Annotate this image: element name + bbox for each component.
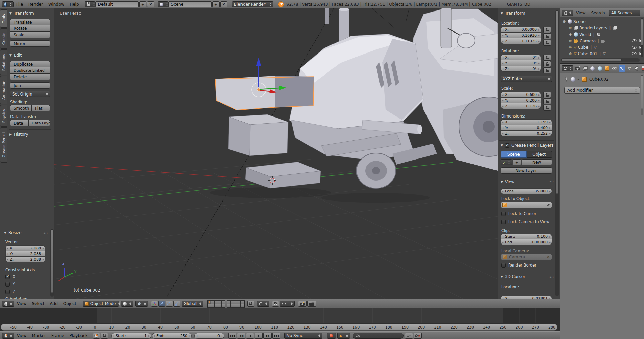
join-button[interactable]: Join bbox=[10, 82, 50, 89]
lock-time-cursor-toggle[interactable] bbox=[101, 333, 108, 339]
properties-tab-texture[interactable] bbox=[641, 65, 644, 72]
lock-camera-to-view-checkbox[interactable] bbox=[501, 220, 506, 224]
mode-dropdown[interactable]: Object Mode bbox=[83, 301, 119, 307]
properties-tab-material[interactable] bbox=[634, 65, 640, 72]
gp-add-icon[interactable]: ＋ bbox=[513, 159, 521, 165]
insert-keyframe-button[interactable] bbox=[405, 333, 413, 339]
panel-header-3d-cursor[interactable]: ▼3D Cursor bbox=[501, 274, 554, 279]
current-frame-playhead[interactable] bbox=[95, 308, 95, 323]
visibility-eye-icon[interactable] bbox=[632, 52, 637, 55]
lock-rotation-x-button[interactable] bbox=[543, 55, 551, 61]
layer-grid-2[interactable] bbox=[227, 300, 245, 308]
lock-to-scene-toggle[interactable] bbox=[247, 301, 254, 307]
jump-prev-keyframe-button[interactable]: ◀◀ bbox=[237, 333, 245, 339]
translate-button[interactable]: Translate bbox=[10, 19, 50, 25]
av-sync-dropdown[interactable]: No Sync bbox=[284, 333, 322, 339]
constraint-y-checkbox[interactable] bbox=[5, 282, 10, 287]
manipulator-axis-toggle[interactable] bbox=[151, 301, 158, 307]
visibility-eye-icon[interactable] bbox=[632, 46, 637, 49]
jump-to-end-button[interactable]: ▶▶▮ bbox=[272, 333, 280, 339]
scene-name-field[interactable]: Scene bbox=[168, 1, 212, 7]
scale-z-field[interactable]: Z:0.126 bbox=[501, 103, 541, 109]
outliner-row-renderlayers[interactable]: ⊕RenderLayers bbox=[568, 25, 644, 31]
layer-toggle-cell[interactable] bbox=[208, 304, 211, 307]
layer-toggle-cell[interactable] bbox=[241, 304, 244, 307]
rotate-button[interactable]: Rotate bbox=[10, 25, 50, 32]
panel-header-transform[interactable]: ▼Transform bbox=[9, 11, 51, 16]
lens-field[interactable]: Lens:35.000 bbox=[501, 188, 552, 194]
outliner-v-scrollbar[interactable] bbox=[641, 18, 643, 57]
data-button[interactable]: Data bbox=[10, 120, 29, 126]
timeline-ruler[interactable] bbox=[1, 324, 557, 331]
opengl-render-image-button[interactable] bbox=[298, 301, 307, 307]
properties-tab-render-layers[interactable] bbox=[581, 65, 588, 72]
layer-toggle-cell[interactable] bbox=[211, 301, 214, 304]
lock-rotation-z-button[interactable] bbox=[543, 67, 551, 73]
clip-start-field[interactable]: Start:0.100 bbox=[501, 234, 552, 239]
gp-new-layer-button[interactable]: New Layer bbox=[501, 167, 552, 174]
toolshelf-tab-relations[interactable]: Relations bbox=[0, 49, 7, 75]
duplicate-linked-button[interactable]: Duplicate Linked bbox=[10, 67, 50, 74]
expand-icon[interactable]: ⊕ bbox=[568, 33, 572, 36]
gp-source-scene-button[interactable]: Scene bbox=[501, 151, 527, 158]
transform-orientation-dropdown[interactable]: Global bbox=[182, 301, 203, 307]
scene-icon-button[interactable] bbox=[158, 1, 168, 7]
expand-icon[interactable]: ⊕ bbox=[568, 45, 572, 49]
outliner-row-cube[interactable]: ⊕▽Cube▽ bbox=[568, 44, 644, 50]
layer-toggle-cell[interactable] bbox=[227, 301, 230, 304]
toolshelf-tab-physics[interactable]: Physics bbox=[0, 105, 7, 127]
editor-type-selector-info[interactable] bbox=[2, 1, 14, 7]
dimensions-x-field[interactable]: X:1.199 bbox=[501, 119, 552, 125]
add-screen-layout-button[interactable]: ＋ bbox=[139, 1, 146, 7]
outliner-row-scene[interactable]: ⊖Scene bbox=[562, 18, 643, 25]
outliner-h-scrollbar[interactable] bbox=[561, 58, 640, 62]
properties-tab-constraints[interactable] bbox=[611, 65, 618, 72]
layer-toggle-cell[interactable] bbox=[208, 301, 211, 304]
lock-scale-x-button[interactable] bbox=[543, 92, 551, 98]
expand-icon[interactable]: ⊕ bbox=[568, 39, 572, 43]
location-x-field[interactable]: X:0.00000 bbox=[501, 27, 541, 33]
delete-keyframe-button[interactable] bbox=[414, 333, 422, 339]
toolshelf-tab-tools[interactable]: Tools bbox=[0, 9, 7, 28]
panel-grip[interactable] bbox=[45, 12, 51, 15]
layer-toggle-cell[interactable] bbox=[222, 304, 225, 307]
panel-header-view[interactable]: ▼View bbox=[501, 179, 554, 184]
panel-grip[interactable] bbox=[45, 133, 51, 136]
viewport-shading-dropdown[interactable] bbox=[121, 301, 133, 307]
menu-window[interactable]: Window bbox=[46, 2, 67, 7]
menu-help[interactable]: Help bbox=[67, 2, 82, 7]
pin-icon[interactable] bbox=[564, 77, 568, 82]
clear-local-camera-icon[interactable]: ✕ bbox=[547, 255, 550, 259]
layer-toggle-cell[interactable] bbox=[227, 304, 230, 307]
render-border-checkbox[interactable] bbox=[501, 263, 506, 268]
panel-header-history[interactable]: ▶History bbox=[9, 132, 51, 137]
viewport-menu-object[interactable]: Object bbox=[61, 301, 79, 306]
properties-scrollbar[interactable] bbox=[641, 75, 643, 115]
data-layout-button[interactable]: Data Layo bbox=[29, 120, 50, 126]
expand-icon[interactable]: ⊕ bbox=[568, 52, 572, 56]
properties-tab-world[interactable] bbox=[596, 65, 603, 72]
toolshelf-tab-create[interactable]: Create bbox=[0, 28, 7, 49]
gp-brush-dropdown[interactable] bbox=[501, 159, 512, 165]
lock-scale-z-button[interactable] bbox=[543, 105, 551, 111]
play-button[interactable]: ▶ bbox=[255, 333, 263, 339]
properties-tab-object[interactable] bbox=[604, 65, 611, 72]
layer-grid-1[interactable] bbox=[207, 300, 225, 308]
use-preview-range-toggle[interactable] bbox=[93, 333, 100, 339]
delete-button[interactable]: Delete bbox=[10, 74, 50, 80]
editor-type-selector-timeline[interactable] bbox=[2, 333, 14, 339]
gp-new-button[interactable]: New bbox=[522, 159, 552, 165]
screen-layout-name-field[interactable]: Default bbox=[95, 1, 139, 7]
cursor-x-field[interactable]: X:0.02801 bbox=[501, 296, 552, 299]
grease-pencil-checkbox[interactable] bbox=[505, 143, 509, 148]
snap-element-dropdown[interactable] bbox=[280, 301, 295, 307]
manipulator-translate-toggle[interactable] bbox=[158, 301, 165, 307]
layer-toggle-cell[interactable] bbox=[231, 304, 234, 307]
layer-toggle-cell[interactable] bbox=[211, 304, 214, 307]
viewport-menu-add[interactable]: Add bbox=[47, 301, 61, 306]
rotation-z-field[interactable]: Z:0° bbox=[501, 66, 541, 72]
manipulator-scale-toggle[interactable] bbox=[173, 301, 180, 307]
outliner-menu-search[interactable]: Search bbox=[588, 10, 607, 15]
timeline-menu-playback[interactable]: Playback bbox=[67, 333, 90, 338]
expand-icon[interactable]: ⊕ bbox=[568, 26, 572, 30]
